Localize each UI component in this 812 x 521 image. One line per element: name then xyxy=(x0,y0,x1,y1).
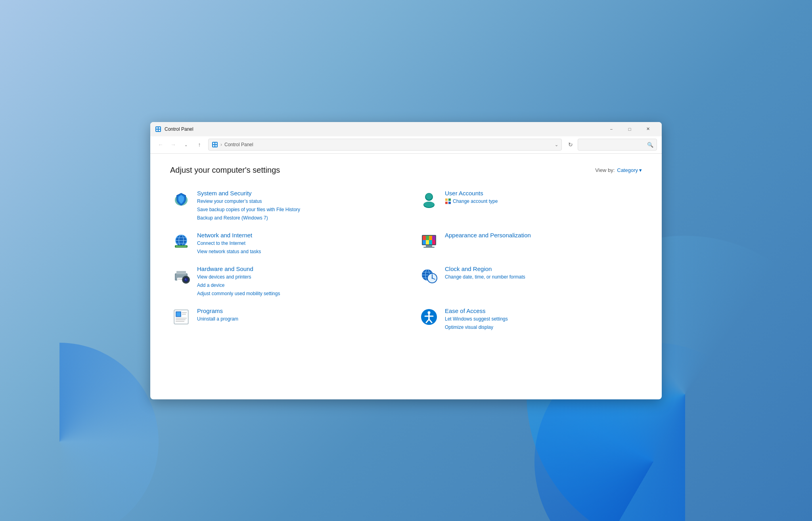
system-security-text: System and Security Review your computer… xyxy=(197,190,300,221)
network-internet-icon xyxy=(172,232,191,251)
history-chevron-button[interactable]: ⌄ xyxy=(180,139,192,150)
maximize-button[interactable]: □ xyxy=(620,122,639,136)
address-bar-icon xyxy=(212,141,218,148)
ease-of-access-title[interactable]: Ease of Access xyxy=(445,307,508,314)
search-icon[interactable]: 🔍 xyxy=(647,142,653,148)
svg-rect-35 xyxy=(429,240,432,244)
svg-rect-7 xyxy=(215,143,217,144)
search-input[interactable] xyxy=(581,142,645,147)
ease-of-access-link-2[interactable]: Optimize visual display xyxy=(445,324,508,331)
categories-grid: System and Security Review your computer… xyxy=(170,187,642,334)
svg-rect-2 xyxy=(159,127,160,129)
clock-region-text: Clock and Region Change date, time, or n… xyxy=(445,265,525,281)
window-icon xyxy=(155,126,161,132)
programs-title[interactable]: Programs xyxy=(197,307,238,314)
network-internet-link-1[interactable]: Connect to the Internet xyxy=(197,240,261,247)
category-network-internet: Network and Internet Connect to the Inte… xyxy=(170,229,394,258)
svg-rect-4 xyxy=(159,130,160,131)
hardware-sound-link-1[interactable]: View devices and printers xyxy=(197,273,280,281)
category-ease-of-access: Ease of Access Let Windows suggest setti… xyxy=(418,304,642,334)
user-accounts-title[interactable]: User Accounts xyxy=(445,190,498,197)
category-programs: Programs Uninstall a program xyxy=(170,304,394,330)
minimize-button[interactable]: − xyxy=(602,122,620,136)
view-by-category: Category xyxy=(617,167,638,173)
system-security-icon xyxy=(172,190,191,209)
svg-rect-41 xyxy=(176,271,186,274)
window-title: Control Panel xyxy=(165,126,599,132)
view-by-value[interactable]: Category ▾ xyxy=(617,167,642,173)
hardware-sound-title[interactable]: Hardware and Sound xyxy=(197,265,280,272)
view-by-chevron-icon: ▾ xyxy=(639,167,642,173)
address-bar[interactable]: › Control Panel ⌄ xyxy=(208,139,562,151)
network-internet-link-2[interactable]: View network status and tasks xyxy=(197,248,261,255)
appearance-title[interactable]: Appearance and Personalization xyxy=(445,232,531,239)
breadcrumb-separator: › xyxy=(220,142,222,147)
clock-region-link-1[interactable]: Change date, time, or number formats xyxy=(445,273,525,281)
title-bar: Control Panel − □ ✕ xyxy=(150,122,662,136)
network-internet-title[interactable]: Network and Internet xyxy=(197,232,261,239)
address-chevron-icon[interactable]: ⌄ xyxy=(555,142,558,147)
system-security-link-2[interactable]: Save backup copies of your files with Fi… xyxy=(197,206,300,213)
svg-rect-8 xyxy=(213,145,214,147)
back-icon: ← xyxy=(158,141,163,148)
svg-rect-3 xyxy=(156,130,158,131)
category-hardware-sound: Hardware and Sound View devices and prin… xyxy=(170,262,394,300)
svg-rect-33 xyxy=(423,240,426,244)
category-appearance: Appearance and Personalization xyxy=(418,229,642,254)
refresh-button[interactable]: ↻ xyxy=(565,139,576,150)
close-button[interactable]: ✕ xyxy=(639,122,657,136)
up-button[interactable]: ↑ xyxy=(194,139,205,150)
appearance-icon xyxy=(419,232,439,251)
category-clock-region: Clock and Region Change date, time, or n… xyxy=(418,262,642,288)
refresh-icon: ↻ xyxy=(568,141,573,148)
programs-icon xyxy=(172,307,191,326)
svg-rect-6 xyxy=(213,143,214,144)
svg-rect-38 xyxy=(423,247,435,248)
content-header: Adjust your computer's settings View by:… xyxy=(170,166,642,175)
ease-of-access-icon xyxy=(419,307,439,326)
svg-rect-32 xyxy=(432,236,435,240)
clock-region-title[interactable]: Clock and Region xyxy=(445,265,525,272)
hardware-sound-icon xyxy=(172,265,191,284)
category-user-accounts: User Accounts Change account type xyxy=(418,187,642,212)
navigation-bar: ← → ⌄ ↑ › Control Panel ⌄ xyxy=(150,136,662,154)
user-accounts-link-1[interactable]: Change account type xyxy=(453,198,498,205)
hardware-sound-text: Hardware and Sound View devices and prin… xyxy=(197,265,280,297)
forward-button[interactable]: → xyxy=(168,139,179,150)
svg-point-13 xyxy=(426,193,432,200)
user-accounts-text: User Accounts Change account type xyxy=(445,190,498,205)
window-controls: − □ ✕ xyxy=(602,122,657,136)
system-security-title[interactable]: System and Security xyxy=(197,190,300,197)
svg-rect-34 xyxy=(426,240,429,244)
svg-rect-16 xyxy=(448,198,451,201)
svg-rect-9 xyxy=(215,145,217,147)
hardware-sound-link-2[interactable]: Add a device xyxy=(197,282,280,289)
user-accounts-icon xyxy=(419,190,439,209)
system-security-link-1[interactable]: Review your computer’s status xyxy=(197,198,300,205)
search-bar[interactable]: 🔍 xyxy=(578,139,657,151)
svg-point-49 xyxy=(185,279,186,279)
svg-rect-17 xyxy=(445,202,448,204)
svg-rect-26 xyxy=(176,246,187,247)
control-panel-window: Control Panel − □ ✕ ← → ⌄ ↑ xyxy=(150,122,662,399)
svg-rect-15 xyxy=(445,198,448,201)
up-arrow-icon: ↑ xyxy=(198,141,201,148)
ease-of-access-link-1[interactable]: Let Windows suggest settings xyxy=(445,315,508,323)
forward-icon: → xyxy=(170,141,176,148)
system-security-link-3[interactable]: Backup and Restore (Windows 7) xyxy=(197,214,300,221)
svg-point-14 xyxy=(424,202,434,207)
category-system-security: System and Security Review your computer… xyxy=(170,187,394,225)
ease-of-access-text: Ease of Access Let Windows suggest setti… xyxy=(445,307,508,331)
programs-link-1[interactable]: Uninstall a program xyxy=(197,315,238,323)
svg-rect-29 xyxy=(423,236,426,240)
programs-text: Programs Uninstall a program xyxy=(197,307,238,323)
svg-rect-18 xyxy=(448,202,451,204)
page-title: Adjust your computer's settings xyxy=(170,166,280,175)
svg-rect-31 xyxy=(429,236,432,240)
change-account-icon xyxy=(445,198,451,204)
hardware-sound-link-3[interactable]: Adjust commonly used mobility settings xyxy=(197,290,280,297)
address-breadcrumb-text: Control Panel xyxy=(224,142,552,147)
view-by-label: View by: xyxy=(595,167,615,173)
back-button[interactable]: ← xyxy=(155,139,166,150)
svg-rect-1 xyxy=(156,127,158,129)
